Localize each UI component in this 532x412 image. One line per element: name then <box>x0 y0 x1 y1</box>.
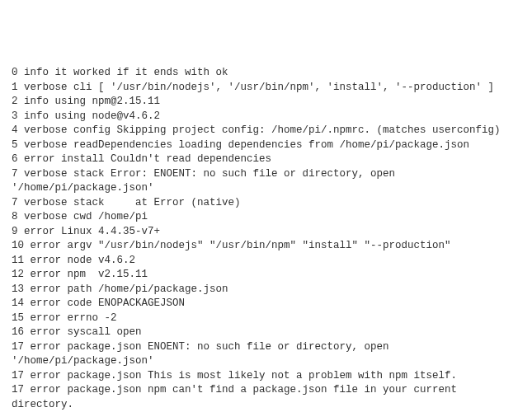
log-line: 8 verbose cwd /home/pi <box>12 210 524 225</box>
log-line: 5 verbose readDependencies loading depen… <box>12 138 524 153</box>
log-line: 0 info it worked if it ends with ok <box>12 66 524 81</box>
npm-log-output: 0 info it worked if it ends with ok1 ver… <box>12 66 524 412</box>
log-line: 14 error code ENOPACKAGEJSON <box>12 297 524 311</box>
log-line: 13 error path /home/pi/package.json <box>12 283 524 297</box>
log-line: 17 error package.json npm can't find a p… <box>12 383 524 412</box>
log-line: 7 verbose stack at Error (native) <box>12 196 524 211</box>
log-line: 17 error package.json ENOENT: no such fi… <box>12 340 524 369</box>
log-line: 16 error syscall open <box>12 325 524 340</box>
log-line: 17 error package.json This is most likel… <box>12 369 524 384</box>
log-line: 7 verbose stack Error: ENOENT: no such f… <box>12 167 524 196</box>
log-line: 2 info using npm@2.15.11 <box>12 95 524 110</box>
log-line: 3 info using node@v4.6.2 <box>12 110 524 124</box>
log-line: 4 verbose config Skipping project config… <box>12 124 524 138</box>
log-line: 9 error Linux 4.4.35-v7+ <box>12 225 524 240</box>
log-line: 6 error install Couldn't read dependenci… <box>12 152 524 167</box>
log-line: 15 error errno -2 <box>12 311 524 326</box>
log-line: 12 error npm v2.15.11 <box>12 268 524 283</box>
log-line: 11 error node v4.6.2 <box>12 254 524 269</box>
log-line: 10 error argv "/usr/bin/nodejs" "/usr/bi… <box>12 239 524 254</box>
log-line: 1 verbose cli [ '/usr/bin/nodejs', '/usr… <box>12 81 524 96</box>
